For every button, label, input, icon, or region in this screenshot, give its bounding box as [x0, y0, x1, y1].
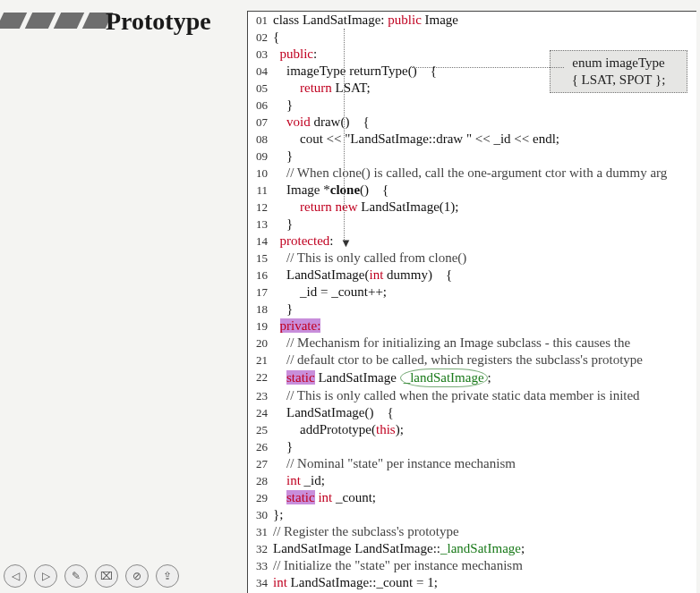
- page-title: Prototype: [106, 7, 211, 36]
- connector-line-2: [412, 67, 564, 68]
- code-line: class LandSatImage: public Image: [273, 12, 458, 29]
- highlight-static: static: [286, 370, 315, 385]
- pen-button[interactable]: ✎: [64, 564, 88, 588]
- annotate-button[interactable]: ⌧: [95, 564, 118, 588]
- enum-line2: { LSAT, SPOT };: [556, 72, 681, 89]
- connector-line: [344, 29, 345, 241]
- play-button[interactable]: ▷: [34, 564, 57, 588]
- arrow-down-icon: ▼: [340, 236, 352, 250]
- back-button[interactable]: ◁: [4, 564, 27, 588]
- stop-button[interactable]: ⊘: [125, 564, 149, 588]
- highlight-private: private:: [280, 318, 321, 333]
- line-number: 01: [248, 12, 273, 29]
- header-stripes: [0, 13, 109, 29]
- enum-line1: enum imageType: [556, 55, 681, 72]
- enum-callout: enum imageType { LSAT, SPOT };: [550, 50, 687, 93]
- circled-member: _landSatImage: [400, 369, 488, 387]
- highlight-static-2: static: [286, 490, 315, 504]
- share-button[interactable]: ⇪: [156, 564, 179, 588]
- code-listing: 01class LandSatImage: public Image 02{ 0…: [247, 11, 696, 593]
- presentation-toolbar: ◁ ▷ ✎ ⌧ ⊘ ⇪: [4, 564, 179, 588]
